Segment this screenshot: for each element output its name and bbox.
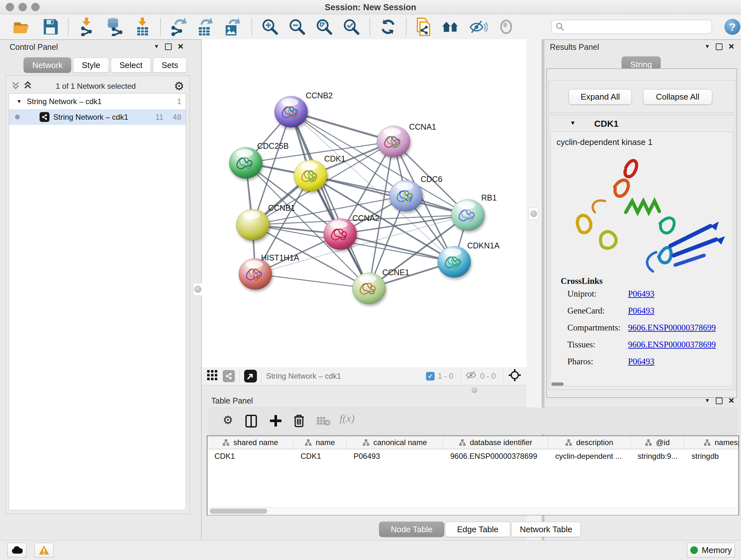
column-header-shared-name[interactable]: shared name: [207, 436, 293, 449]
tab-style[interactable]: Style: [73, 57, 109, 73]
column-header-database-identifier[interactable]: database identifier: [443, 436, 548, 449]
hide-selected-button[interactable]: [470, 17, 488, 36]
table-cell[interactable]: CDK1: [293, 449, 347, 463]
crosslink-link[interactable]: P06493: [628, 357, 655, 367]
column-header-canonical-name[interactable]: canonical name: [347, 436, 443, 449]
close-panel-icon[interactable]: ✕: [728, 43, 735, 51]
collection-label: String Network – cdk1: [27, 97, 102, 106]
add-column-icon[interactable]: [269, 415, 282, 428]
refresh-button[interactable]: [379, 17, 397, 36]
open-session-button[interactable]: [13, 17, 30, 36]
show-columns-icon[interactable]: [245, 415, 257, 429]
left-splitter-handle[interactable]: [193, 283, 203, 296]
help-button[interactable]: ?: [724, 19, 740, 35]
warnings-button[interactable]: [35, 543, 54, 557]
node-RB1[interactable]: RB1: [451, 193, 497, 231]
copy-network-button[interactable]: [415, 17, 433, 36]
function-builder-icon[interactable]: f(x): [340, 413, 354, 425]
network-canvas[interactable]: CCNB2CCNA1CDC25BCDK1CDC6RB1CCNB1CCNA2CDK…: [202, 39, 527, 367]
table-hscroll-thumb[interactable]: [210, 509, 267, 514]
table-cell[interactable]: stringdb:9...: [630, 449, 684, 463]
memory-button[interactable]: Memory: [687, 543, 735, 557]
detach-view-icon[interactable]: [244, 370, 257, 382]
results-hscroll-thumb[interactable]: [551, 382, 563, 386]
first-neighbors-button[interactable]: [442, 17, 460, 36]
column-header-description[interactable]: description: [548, 436, 630, 449]
table-cell[interactable]: CDK1: [207, 449, 293, 463]
crosslink-link[interactable]: P06493: [628, 289, 655, 299]
network-graph[interactable]: CCNB2CCNA1CDC25BCDK1CDC6RB1CCNB1CCNA2CDK…: [202, 39, 527, 367]
import-network-button[interactable]: [78, 17, 96, 36]
column-header-namespace[interactable]: namespace: [684, 436, 739, 449]
column-label: database identifier: [470, 438, 532, 447]
tab-select[interactable]: Select: [111, 57, 151, 73]
show-all-button[interactable]: [497, 17, 515, 36]
tab-sets[interactable]: Sets: [153, 57, 187, 73]
right-splitter-handle[interactable]: [529, 207, 538, 220]
import-table-button[interactable]: [133, 17, 151, 36]
expand-all-networks-icon[interactable]: [23, 80, 32, 92]
network-row-label: String Network – cdk1: [53, 113, 128, 122]
float-panel-icon[interactable]: [716, 397, 723, 404]
network-share-view-icon[interactable]: [223, 370, 235, 382]
table-cell[interactable]: cyclin-dependent ...: [548, 449, 630, 463]
horizontal-splitter-handle[interactable]: [472, 388, 477, 393]
export-network-button[interactable]: [169, 17, 187, 36]
node-HIST1H1A[interactable]: HIST1H1A: [239, 253, 299, 290]
collapse-panel-icon[interactable]: ▼: [704, 44, 710, 50]
section-expander-icon[interactable]: ▼: [570, 120, 576, 126]
tab-network-table[interactable]: Network Table: [511, 522, 581, 537]
memory-status-dot-icon: [690, 546, 698, 554]
crosslink-link[interactable]: 9606.ENSP00000378699: [628, 323, 716, 333]
delete-column-icon[interactable]: [293, 414, 305, 429]
save-session-button[interactable]: [42, 17, 59, 36]
network-collection-row[interactable]: ▼ String Network – cdk1 1: [9, 94, 186, 109]
zoom-in-button[interactable]: [261, 17, 279, 36]
hidden-eye-icon[interactable]: [466, 370, 477, 382]
birdseye-crosshair-icon[interactable]: [508, 368, 522, 384]
table-cell[interactable]: P06493: [347, 449, 443, 463]
grid-view-icon[interactable]: [207, 370, 218, 382]
collapse-all-button[interactable]: Collapse All: [643, 89, 712, 105]
delete-table-icon[interactable]: [317, 416, 331, 428]
float-panel-icon[interactable]: [165, 44, 172, 50]
column-header-@id[interactable]: @id: [630, 436, 684, 449]
close-panel-icon[interactable]: ✕: [178, 43, 184, 51]
node-CCNA1[interactable]: CCNA1: [377, 122, 436, 157]
zoom-out-button[interactable]: [288, 17, 306, 36]
export-image-button[interactable]: [223, 17, 241, 36]
toolbar-separator: [160, 18, 161, 36]
search-input[interactable]: [567, 22, 712, 32]
main-toolbar: ?: [0, 14, 741, 40]
separator: [503, 369, 503, 383]
selected-checkbox-icon[interactable]: ✓: [426, 372, 434, 381]
node-CCNB1[interactable]: CCNB1: [236, 203, 295, 240]
network-options-gear-icon[interactable]: ⚙: [174, 80, 184, 92]
crosslinks-title: CrossLinks: [561, 276, 603, 286]
collapse-panel-icon[interactable]: ▼: [154, 44, 159, 50]
table-options-gear-icon[interactable]: ⚙: [223, 415, 233, 426]
hide-eye-icon: [470, 19, 488, 35]
collapse-panel-icon[interactable]: ▼: [704, 397, 710, 404]
zoom-fit-button[interactable]: [315, 17, 333, 36]
table-row[interactable]: CDK1CDK1P064939606.ENSP00000378699cyclin…: [207, 449, 738, 463]
float-panel-icon[interactable]: [716, 44, 723, 50]
crosslink-link[interactable]: P06493: [628, 306, 655, 316]
tab-network[interactable]: Network: [23, 57, 71, 73]
collapse-all-networks-icon[interactable]: [11, 80, 20, 92]
tree-expander-icon[interactable]: ▼: [17, 99, 22, 105]
table-cell[interactable]: stringdb: [684, 449, 739, 463]
tab-edge-table[interactable]: Edge Table: [445, 522, 510, 537]
close-panel-icon[interactable]: ✕: [728, 397, 735, 405]
column-header-name[interactable]: name: [293, 436, 347, 449]
crosslink-link[interactable]: 9606.ENSP00000378699: [628, 340, 716, 350]
cloud-status-button[interactable]: [7, 543, 26, 557]
node-CDK1[interactable]: CDK1: [294, 154, 346, 191]
network-row-selected[interactable]: String Network – cdk1 11 48: [9, 109, 186, 125]
import-database-button[interactable]: [105, 17, 123, 36]
tab-node-table[interactable]: Node Table: [379, 522, 444, 537]
table-cell[interactable]: 9606.ENSP00000378699: [443, 449, 548, 463]
zoom-selected-button[interactable]: [342, 17, 360, 36]
expand-all-button[interactable]: Expand All: [569, 89, 632, 105]
export-table-button[interactable]: [196, 17, 214, 36]
